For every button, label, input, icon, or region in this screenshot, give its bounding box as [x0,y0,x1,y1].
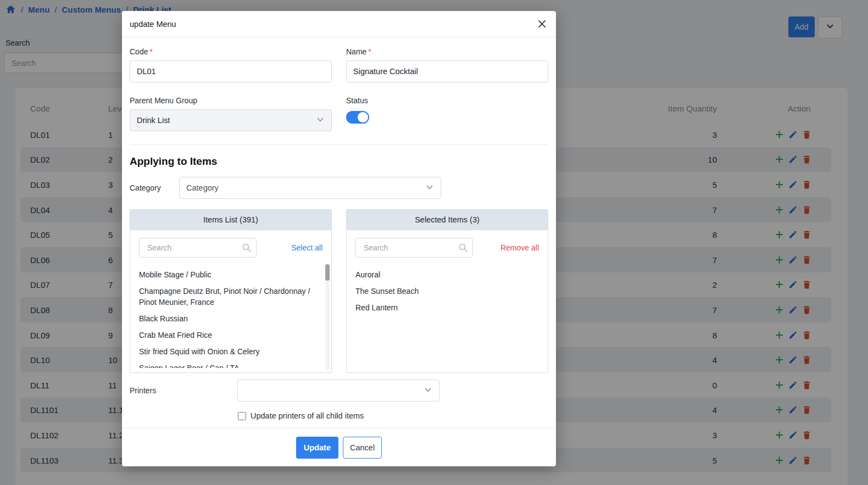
name-label: Name* [346,47,548,57]
code-field-group: Code* [130,47,332,82]
items-list: Mobile Stage / PublicChampagne Deutz Bru… [139,266,322,368]
selected-items-list: AuroralThe Sunset BeachRed Lantern [355,266,539,368]
items-list-title: Items List (391) [130,210,331,230]
items-list-search [139,238,257,258]
scrollbar-track [325,264,330,370]
search-icon [242,243,252,255]
selected-items-panel: Selected Items (3) Remove all [346,209,548,373]
printers-label: Printers [130,386,237,395]
list-item[interactable]: Champagne Deutz Brut, Pinot Noir / Chard… [139,283,322,310]
parent-menu-group-select[interactable]: Drink List [130,109,332,131]
selected-items-search [355,238,473,258]
required-asterisk: * [368,47,371,56]
printers-row: Printers [130,380,548,402]
update-printers-checkbox-row: Update printers of all child items [238,410,548,421]
list-item[interactable]: Mobile Stage / Public [139,266,322,283]
modal-footer: Update Cancel [122,428,556,466]
scrollbar-thumb[interactable] [325,264,330,281]
selected-items-search-input[interactable] [355,238,473,258]
cancel-button[interactable]: Cancel [343,437,382,459]
close-icon[interactable] [536,18,548,30]
modal-title: update Menu [130,20,176,29]
selected-items-title: Selected Items (3) [347,210,548,230]
section-divider [130,144,548,145]
list-item[interactable]: Red Lantern [355,299,539,316]
chevron-down-icon [424,386,432,396]
category-select[interactable]: Category [179,177,441,199]
list-item[interactable]: Auroral [355,266,539,283]
chevron-down-icon [316,115,325,126]
toggle-knob [358,112,368,122]
status-label: Status [346,96,548,106]
status-field: Status [346,96,548,131]
items-list-panel: Items List (391) Select all [130,209,332,373]
items-list-search-input[interactable] [139,238,257,258]
update-menu-modal: update Menu Code* Name* Parent Menu Grou… [122,11,556,466]
update-printers-checkbox[interactable] [238,412,246,420]
update-printers-checkbox-label: Update printers of all child items [251,411,364,420]
list-item[interactable]: Crab Meat Fried Rice [139,327,322,343]
modal-header: update Menu [122,11,556,37]
applying-to-items-heading: Applying to Items [130,154,548,169]
code-input[interactable] [130,60,332,82]
update-button[interactable]: Update [296,437,338,459]
search-icon [458,243,468,255]
parent-menu-group-label: Parent Menu Group [130,96,332,106]
category-row: Category Category [130,177,548,199]
remove-all-link[interactable]: Remove all [500,243,539,252]
code-label: Code* [130,47,332,57]
required-asterisk: * [149,47,152,56]
list-item[interactable]: Black Russian [139,310,322,327]
modal-body: Code* Name* Parent Menu Group Drink List [122,37,556,428]
name-field-group: Name* [346,47,548,82]
app-viewport: / Menu / Custom Menus / Drink List Searc… [0,0,868,485]
printers-select[interactable] [237,380,439,402]
name-input[interactable] [346,60,548,82]
parent-menu-group-field: Parent Menu Group Drink List [130,96,332,131]
status-toggle[interactable] [346,111,369,124]
list-item[interactable]: Saigon Lager Beer / Can / TA [139,360,322,368]
list-item[interactable]: The Sunset Beach [355,283,539,299]
list-item[interactable]: Stir fried Squid with Onion & Celery [139,343,322,360]
category-label: Category [130,183,179,192]
select-all-link[interactable]: Select all [291,243,322,252]
items-list-body: Select all Mobile Stage / PublicChampagn… [130,230,331,372]
chevron-down-icon [425,183,434,193]
selected-items-body: Remove all AuroralThe Sunset BeachRed La… [347,230,548,372]
